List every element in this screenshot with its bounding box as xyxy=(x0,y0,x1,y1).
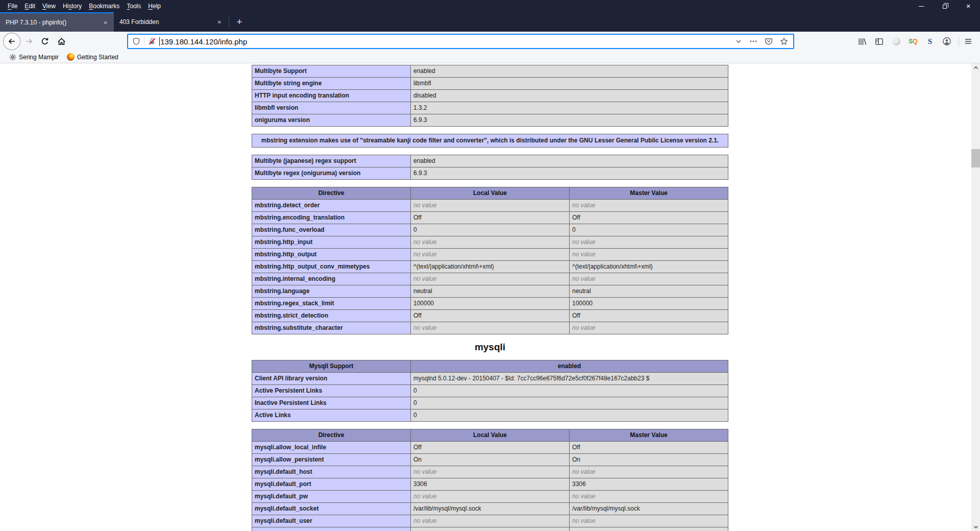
tab-phpinfo[interactable]: PHP 7.3.10 - phpinfo() ✕ xyxy=(0,12,114,32)
table-cell: 0 xyxy=(411,385,728,397)
table-row: Inactive Persistent Links0 xyxy=(252,397,728,409)
bookmark-label: Getting Started xyxy=(77,54,118,61)
table-row: Multibyte string enginelibmbfl xyxy=(252,78,728,90)
library-button[interactable] xyxy=(857,36,868,46)
table-cell: no value xyxy=(570,249,728,261)
mbstring-regex-table: Multibyte (japanese) regex supportenable… xyxy=(252,155,728,180)
tab-close-icon[interactable]: ✕ xyxy=(102,19,110,27)
forward-button[interactable] xyxy=(21,34,37,49)
menu-button[interactable] xyxy=(963,36,973,46)
table-cell: Off xyxy=(570,212,728,224)
table-cell: no value xyxy=(570,466,728,478)
menu-item-view[interactable]: View xyxy=(39,0,59,12)
sidebar-icon xyxy=(875,37,884,46)
table-cell: 0 xyxy=(411,224,570,236)
toolbar-separator xyxy=(959,36,959,46)
column-header-master-value: Master Value xyxy=(570,429,728,442)
menu-item-file[interactable]: File xyxy=(4,0,21,12)
reload-button[interactable] xyxy=(38,34,53,49)
column-header-directive: Directive xyxy=(252,429,411,442)
urlbar-separator xyxy=(144,37,144,46)
table-cell: mbstring.detect_order xyxy=(252,200,411,212)
table-cell: mbstring.func_overload xyxy=(252,224,411,236)
table-row: mysqli.default_socket/var/lib/mysql/mysq… xyxy=(252,503,728,515)
scrollbar-thumb[interactable] xyxy=(971,149,980,167)
table-cell: mbstring.encoding_translation xyxy=(252,212,411,224)
hamburger-menu-icon xyxy=(964,37,972,45)
table-cell: no value xyxy=(570,322,728,334)
menu-item-edit[interactable]: Edit xyxy=(21,0,39,12)
table-cell: mbstring.http_output xyxy=(252,249,411,261)
table-cell: Active Links xyxy=(252,409,411,422)
bookmark-item-sering-mampir[interactable]: Sering Mampir xyxy=(5,51,63,63)
table-cell xyxy=(411,527,570,531)
table-cell: 0 xyxy=(411,409,728,422)
new-tab-button[interactable]: + xyxy=(232,12,247,32)
tab-title: PHP 7.3.10 - phpinfo() xyxy=(6,19,102,26)
table-cell: Off xyxy=(570,442,728,454)
page-actions-dots-icon[interactable] xyxy=(749,37,757,45)
pocket-icon[interactable] xyxy=(765,37,773,45)
sidebar-toggle-button[interactable] xyxy=(874,36,885,46)
restore-button[interactable] xyxy=(933,0,957,12)
table-row: Active Persistent Links0 xyxy=(252,385,728,397)
menu-item-help[interactable]: Help xyxy=(144,0,164,12)
table-cell: Multibyte regex (oniguruma) version xyxy=(252,167,411,180)
account-button[interactable] xyxy=(942,36,952,46)
url-input[interactable]: 139.180.144.120/info.php xyxy=(160,37,735,46)
account-person-icon xyxy=(942,37,951,46)
menu-item-history[interactable]: History xyxy=(59,0,85,12)
home-button[interactable] xyxy=(54,34,69,49)
sq-extension-icon: SQ xyxy=(909,38,917,45)
table-cell: no value xyxy=(411,491,570,503)
table-cell: mysqlnd 5.0.12-dev - 20150407 - $Id: 7cc… xyxy=(411,373,728,385)
scrollbar-down-button[interactable] xyxy=(971,522,980,531)
blue-s-extension-icon: S xyxy=(928,37,932,46)
table-cell: no value xyxy=(411,200,570,212)
table-row: mbstring.encoding_translationOffOff xyxy=(252,212,728,224)
table-cell: no value xyxy=(411,322,570,334)
table-cell: libmbfl version xyxy=(252,102,411,114)
table-row: Active Links0 xyxy=(252,409,728,422)
mysqli-support-header: MysqlI Support xyxy=(252,360,411,373)
extension-seoquake-button[interactable]: SQ xyxy=(908,36,918,46)
table-row: mbstring.func_overload00 xyxy=(252,224,728,236)
table-cell: 100000 xyxy=(411,298,570,310)
close-button[interactable]: ✕ xyxy=(957,0,980,12)
urlbar-dropdown-chevron-icon[interactable] xyxy=(735,38,742,45)
back-button[interactable] xyxy=(3,33,20,50)
tab-403-forbidden[interactable]: 403 Forbidden ✕ xyxy=(114,12,228,32)
minimize-button[interactable] xyxy=(910,0,933,12)
table-row: Multibyte regex (oniguruma) version6.9.3 xyxy=(252,167,728,180)
menu-bar-items: FileEditViewHistoryBookmarksToolsHelp xyxy=(0,0,164,12)
table-cell: 6.9.3 xyxy=(411,114,728,127)
table-row: mysqli.default_userno valueno value xyxy=(252,515,728,527)
table-row: libmbfl version1.3.2 xyxy=(252,102,728,114)
menu-item-tools[interactable]: Tools xyxy=(123,0,144,12)
table-cell: 3306 xyxy=(570,478,728,491)
forward-arrow-icon xyxy=(25,37,33,45)
bookmark-item-getting-started[interactable]: Getting Started xyxy=(63,51,122,63)
url-bar[interactable]: 139.180.144.120/info.php xyxy=(127,34,794,49)
column-header-directive: Directive xyxy=(252,187,411,200)
extension-s-button[interactable]: S xyxy=(925,36,935,46)
insecure-lock-icon[interactable] xyxy=(148,37,156,45)
extension-gray-circle-button[interactable] xyxy=(891,36,901,46)
table-cell: mysqli.default_port xyxy=(252,478,411,491)
table-row: mbstring.substitute_characterno valueno … xyxy=(252,322,728,334)
menu-item-bookmarks[interactable]: Bookmarks xyxy=(85,0,123,12)
tab-close-icon[interactable]: ✕ xyxy=(215,18,224,26)
table-row: HTTP input encoding translationdisabled xyxy=(252,90,728,102)
table-cell: 3306 xyxy=(411,478,570,491)
table-row: Multibyte (japanese) regex supportenable… xyxy=(252,155,728,167)
table-cell: /var/lib/mysql/mysql.sock xyxy=(411,503,570,515)
vertical-scrollbar[interactable] xyxy=(971,63,980,531)
mysqli-directives-table: Directive Local Value Master Value mysql… xyxy=(252,429,728,531)
bookmark-star-icon[interactable] xyxy=(780,37,788,45)
tracking-protection-shield-icon[interactable] xyxy=(132,37,140,45)
table-cell: Multibyte string engine xyxy=(252,78,411,90)
scrollbar-up-button[interactable] xyxy=(971,63,980,72)
back-arrow-icon xyxy=(8,37,16,45)
table-cell: Multibyte (japanese) regex support xyxy=(252,155,411,167)
table-cell: mbstring.regex_stack_limit xyxy=(252,298,411,310)
